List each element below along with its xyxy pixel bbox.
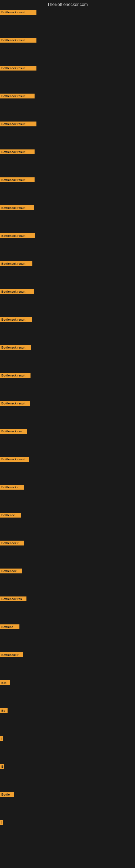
bars-container: Bottleneck resultBottleneck resultBottle… bbox=[0, 8, 135, 825]
bar-row: Bottleneck result bbox=[0, 434, 135, 462]
bar-container: Bottlene bbox=[0, 624, 135, 629]
bottleneck-result-bar[interactable]: Bottle bbox=[0, 792, 14, 797]
bottleneck-result-bar[interactable]: Bottleneck r bbox=[0, 540, 24, 546]
bottleneck-result-bar[interactable]: | bbox=[0, 820, 3, 825]
bottleneck-result-bar[interactable]: Bottleneck result bbox=[0, 205, 34, 210]
bar-container: Bottleneck r bbox=[0, 652, 135, 657]
bottleneck-result-bar[interactable]: Bottleneck result bbox=[0, 38, 37, 42]
bottleneck-result-bar[interactable]: Bottlene bbox=[0, 624, 19, 629]
bottleneck-result-bar[interactable]: Bottleneck result bbox=[0, 122, 37, 126]
bottleneck-result-bar[interactable]: Bottleneck result bbox=[0, 261, 32, 266]
bar-container: Bottleneck bbox=[0, 568, 135, 574]
bottleneck-result-bar[interactable]: Bottleneck result bbox=[0, 401, 30, 406]
bar-container: Bot bbox=[0, 680, 135, 685]
bottleneck-result-bar[interactable]: Bottleneck result bbox=[0, 457, 29, 462]
bar-container: Bottleneck r bbox=[0, 485, 135, 490]
bar-container: Bottleneck result bbox=[0, 289, 135, 294]
bar-row: Bottleneck result bbox=[0, 8, 135, 14]
bar-container: Bottleneck result bbox=[0, 94, 135, 98]
bottleneck-result-bar[interactable]: Bottleneck result bbox=[0, 150, 35, 154]
bottleneck-result-bar[interactable]: Bottleneck r bbox=[0, 485, 24, 490]
bar-container: Bottleneck result bbox=[0, 150, 135, 154]
bottleneck-result-bar[interactable]: Bottleneck result bbox=[0, 66, 37, 70]
bottleneck-result-bar[interactable]: | bbox=[0, 736, 3, 741]
bar-container: Bottleneck result bbox=[0, 233, 135, 238]
bottleneck-result-bar[interactable]: Bottleneck res bbox=[0, 596, 27, 601]
bar-container: Bottleneck result bbox=[0, 122, 135, 126]
bottleneck-result-bar[interactable]: Bottleneck r bbox=[0, 652, 23, 657]
bar-container: Bottleneck result bbox=[0, 457, 135, 462]
bar-row: Bottleneck result bbox=[0, 43, 135, 70]
bar-container: Bottleneck result bbox=[0, 177, 135, 182]
bar-container: Bottleneck r bbox=[0, 540, 135, 546]
bar-container: | bbox=[0, 820, 135, 825]
bar-container: B bbox=[0, 764, 135, 769]
bar-container: Bottleneck result bbox=[0, 205, 135, 210]
bottleneck-result-bar[interactable]: Bottleneck result bbox=[0, 233, 35, 238]
bar-row: Bottleneck bbox=[0, 546, 135, 574]
site-title: TheBottlenecker.com bbox=[0, 0, 135, 8]
bar-row: Bottleneck result bbox=[0, 15, 135, 42]
bottleneck-result-bar[interactable]: Bottleneck result bbox=[0, 10, 37, 14]
bar-row: Bottleneck result bbox=[0, 183, 135, 210]
bar-row: Bottleneck r bbox=[0, 462, 135, 490]
bottleneck-result-bar[interactable]: Bottleneck result bbox=[0, 289, 34, 294]
bar-row: Bottleneck result bbox=[0, 267, 135, 294]
bottleneck-result-bar[interactable]: Bottleneck result bbox=[0, 177, 35, 182]
bar-container: Bottleneck res bbox=[0, 429, 135, 434]
bottleneck-result-bar[interactable]: Bottleneck result bbox=[0, 345, 31, 350]
bar-row: Bottleneck result bbox=[0, 294, 135, 322]
bottleneck-result-bar[interactable]: Bottleneck bbox=[0, 568, 22, 574]
bar-container: Bottleneck result bbox=[0, 373, 135, 378]
bottleneck-result-bar[interactable]: Bottlenec bbox=[0, 513, 21, 518]
bar-row: Bottleneck result bbox=[0, 378, 135, 406]
bar-row: B bbox=[0, 742, 135, 769]
bar-row: Bo bbox=[0, 686, 135, 713]
bar-container: Bottleneck result bbox=[0, 261, 135, 266]
bar-row: Bot bbox=[0, 658, 135, 685]
bar-row: Bottleneck result bbox=[0, 239, 135, 266]
bar-row: | bbox=[0, 798, 135, 825]
bottleneck-result-bar[interactable]: Bot bbox=[0, 680, 10, 685]
bottleneck-result-bar[interactable]: Bo bbox=[0, 708, 8, 713]
bar-row: Bottleneck res bbox=[0, 406, 135, 434]
bar-row: | bbox=[0, 714, 135, 741]
bar-container: Bottleneck result bbox=[0, 317, 135, 322]
bar-row: Bottleneck result bbox=[0, 211, 135, 238]
bottleneck-result-bar[interactable]: Bottleneck result bbox=[0, 317, 32, 322]
bar-container: Bottlenec bbox=[0, 513, 135, 518]
bottleneck-result-bar[interactable]: Bottleneck res bbox=[0, 429, 27, 434]
bar-container: Bo bbox=[0, 708, 135, 713]
bar-row: Bottleneck r bbox=[0, 630, 135, 657]
bar-row: Bottle bbox=[0, 770, 135, 797]
bar-row: Bottleneck result bbox=[0, 71, 135, 98]
bar-row: Bottleneck result bbox=[0, 322, 135, 350]
bar-container: Bottleneck res bbox=[0, 596, 135, 601]
bar-row: Bottleneck result bbox=[0, 127, 135, 154]
bar-container: Bottleneck result bbox=[0, 10, 135, 14]
bar-container: Bottleneck result bbox=[0, 38, 135, 42]
bar-row: Bottlene bbox=[0, 602, 135, 629]
bar-container: Bottle bbox=[0, 792, 135, 797]
bottleneck-result-bar[interactable]: Bottleneck result bbox=[0, 373, 31, 378]
bar-row: Bottleneck result bbox=[0, 99, 135, 126]
bar-row: Bottleneck r bbox=[0, 518, 135, 546]
bar-container: Bottleneck result bbox=[0, 345, 135, 350]
bar-row: Bottleneck res bbox=[0, 574, 135, 601]
bottleneck-result-bar[interactable]: B bbox=[0, 764, 4, 769]
bar-row: Bottlenec bbox=[0, 490, 135, 518]
bar-container: Bottleneck result bbox=[0, 401, 135, 406]
bar-row: Bottleneck result bbox=[0, 155, 135, 182]
bottleneck-result-bar[interactable]: Bottleneck result bbox=[0, 94, 35, 98]
bar-row: Bottleneck result bbox=[0, 350, 135, 378]
bar-container: | bbox=[0, 736, 135, 741]
bar-container: Bottleneck result bbox=[0, 66, 135, 70]
